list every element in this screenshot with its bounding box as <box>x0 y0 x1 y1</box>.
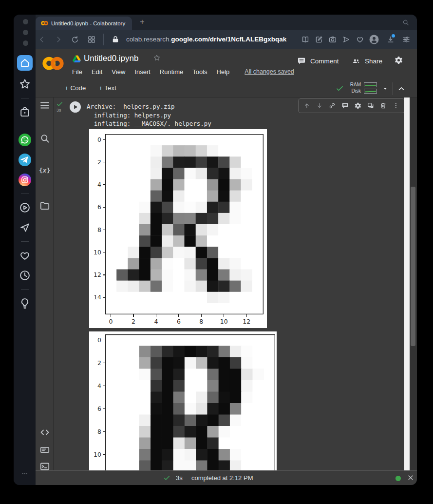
runtime-connected-dot <box>395 476 401 481</box>
forward-icon[interactable] <box>54 35 63 44</box>
save-status-link[interactable]: All changes saved <box>245 68 294 76</box>
window-control-dot[interactable] <box>23 19 28 24</box>
instagram-icon[interactable] <box>19 174 31 186</box>
tab-tiles-icon[interactable] <box>87 35 96 44</box>
dock-divider <box>21 241 29 242</box>
address-bar[interactable]: colab.research.google.com/drive/1NcfLALE… <box>126 36 286 43</box>
run-cell-button[interactable] <box>70 101 81 113</box>
x-tick-label: 4 <box>149 318 163 326</box>
add-code-button[interactable]: + Code <box>65 84 86 92</box>
screenshot-camera-icon[interactable] <box>328 35 337 44</box>
window-control-dot[interactable] <box>23 40 28 46</box>
reader-mode-icon[interactable] <box>301 35 310 44</box>
settings-gear-icon[interactable] <box>394 56 403 65</box>
notebook-scrollbar-track[interactable] <box>404 97 410 470</box>
colab-logo-icon[interactable] <box>41 55 65 72</box>
url-path: /drive/1NcfLALEBgxbqak <box>208 36 286 43</box>
menu-tools[interactable]: Tools <box>192 68 207 76</box>
settings-sliders-icon[interactable] <box>402 35 411 44</box>
menu-runtime[interactable]: Runtime <box>160 68 183 76</box>
home-icon[interactable] <box>17 55 33 71</box>
active-tab[interactable]: Untitled0.ipynb - Colaboratory <box>36 17 132 30</box>
y-tick-mark <box>103 184 105 185</box>
messenger-send-icon[interactable] <box>19 221 31 234</box>
ssl-lock-icon[interactable] <box>111 35 120 44</box>
bookmark-heart-icon[interactable] <box>356 35 364 44</box>
back-icon[interactable] <box>38 35 46 44</box>
delete-cell-icon[interactable] <box>379 102 387 110</box>
move-cell-down-icon[interactable] <box>316 102 323 110</box>
y-tick-label: 6 <box>89 203 101 211</box>
menu-file[interactable]: File <box>72 68 82 76</box>
menu-view[interactable]: View <box>112 68 125 76</box>
browser-main: Untitled0.ipynb - Colaboratory + colab.r… <box>36 15 417 485</box>
profile-avatar[interactable] <box>368 34 380 45</box>
shopping-bag-icon[interactable] <box>19 106 31 118</box>
move-cell-up-icon[interactable] <box>303 102 311 110</box>
scrollbar-thumb[interactable] <box>411 187 415 346</box>
toolbar-divider <box>393 82 393 95</box>
menu-insert[interactable]: Insert <box>134 68 151 76</box>
ram-usage-graph[interactable] <box>364 82 377 87</box>
resources-dropdown-icon[interactable] <box>382 86 388 92</box>
search-icon[interactable] <box>39 133 51 144</box>
y-tick-label: 2 <box>89 359 101 367</box>
comment-button[interactable]: Comment <box>297 57 339 65</box>
menu-help[interactable]: Help <box>217 68 230 76</box>
star-notebook-icon[interactable] <box>153 54 161 62</box>
y-tick-mark <box>103 454 105 455</box>
favorites-star-icon[interactable] <box>19 78 31 91</box>
y-tick-label: 10 <box>89 249 101 256</box>
files-folder-icon[interactable] <box>39 200 51 212</box>
output-figure-letter-r-1: 02468101214024681012 <box>89 129 267 328</box>
tab-title: Untitled0.ipynb - Colaboratory <box>51 20 125 26</box>
new-tab-button[interactable]: + <box>138 18 147 26</box>
table-of-contents-icon[interactable] <box>39 99 51 111</box>
disk-label: Disk <box>342 88 361 94</box>
disk-usage-graph[interactable] <box>364 89 377 94</box>
copy-link-icon[interactable] <box>328 102 336 110</box>
likes-heart-icon[interactable] <box>19 249 31 262</box>
mirror-cell-icon[interactable] <box>367 102 375 110</box>
cell-executed-check-icon <box>56 100 63 108</box>
code-snippets-icon[interactable] <box>39 426 51 438</box>
whatsapp-icon[interactable] <box>19 134 31 146</box>
video-player-icon[interactable] <box>19 201 31 214</box>
history-clock-icon[interactable] <box>19 269 31 282</box>
dock-divider <box>21 98 29 98</box>
share-send-icon[interactable] <box>342 35 351 44</box>
x-tick-mark <box>246 314 247 317</box>
tab-search-icon[interactable] <box>402 19 410 26</box>
colab-header: Untitled0.ipynb File Edit View Insert Ru… <box>36 49 417 80</box>
more-cell-actions-icon[interactable] <box>392 102 400 110</box>
y-tick-mark <box>103 274 105 275</box>
y-tick-mark <box>103 252 105 252</box>
ideas-bulb-icon[interactable] <box>19 297 31 310</box>
y-tick-label: 2 <box>89 158 101 166</box>
close-status-icon[interactable] <box>407 474 414 482</box>
telegram-icon[interactable] <box>19 154 31 166</box>
y-tick-mark <box>103 297 105 298</box>
command-palette-icon[interactable] <box>39 444 51 456</box>
collapse-sections-icon[interactable] <box>397 84 406 93</box>
cell-settings-gear-icon[interactable] <box>354 102 362 110</box>
status-duration: 3s <box>176 474 183 482</box>
dock-more-icon[interactable] <box>19 470 31 477</box>
menu-edit[interactable]: Edit <box>92 68 102 76</box>
window-scrollbar-track[interactable] <box>410 97 417 470</box>
x-tick-label: 12 <box>240 318 253 326</box>
y-tick-label: 12 <box>89 271 101 279</box>
notebook-title[interactable]: Untitled0.ipynb <box>84 54 138 63</box>
add-comment-icon[interactable] <box>341 102 349 110</box>
add-text-button[interactable]: + Text <box>99 84 116 92</box>
window-control-dot[interactable] <box>23 30 28 35</box>
y-tick-mark <box>103 386 105 386</box>
reload-icon[interactable] <box>71 35 79 44</box>
share-button[interactable]: Share <box>352 57 382 65</box>
variables-icon[interactable]: {x} <box>39 166 51 177</box>
cell-toolbar <box>298 98 405 113</box>
edit-page-icon[interactable] <box>315 35 323 44</box>
menu-bar: File Edit View Insert Runtime Tools Help… <box>72 68 294 76</box>
dock-divider <box>21 126 29 126</box>
y-tick-label: 4 <box>89 382 101 390</box>
